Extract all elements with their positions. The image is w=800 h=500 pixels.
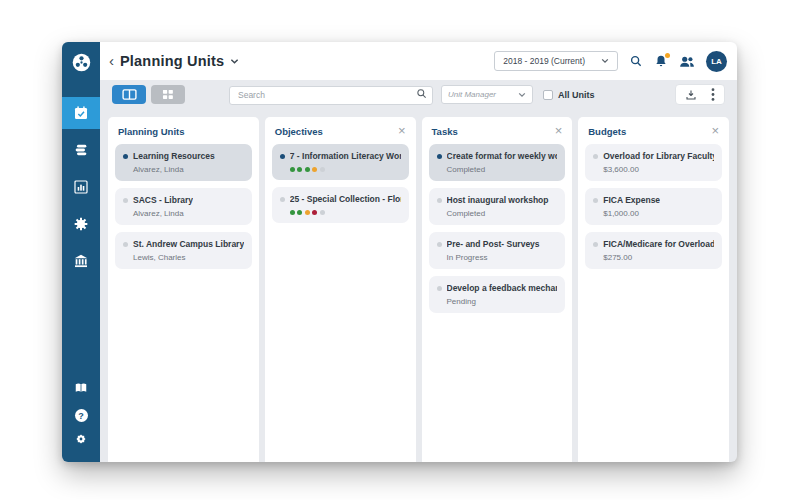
task-card[interactable]: Host inaugural workshop Completed (429, 188, 566, 225)
download-icon (685, 89, 697, 101)
column-header: Budgets × (578, 117, 729, 144)
card-title: Host inaugural workshop (447, 195, 549, 206)
card-status: Completed (447, 209, 558, 218)
budget-card[interactable]: FICA Expense $1,000.00 (585, 188, 722, 225)
grid-view-button[interactable] (151, 85, 185, 104)
planning-unit-card[interactable]: St. Andrew Campus Library Lewis, Charles (115, 232, 252, 269)
card-subtitle: Lewis, Charles (133, 253, 244, 262)
card-list: Create format for weekly workshops Compl… (422, 144, 573, 320)
close-icon[interactable]: × (553, 126, 565, 135)
planning-unit-card[interactable]: SACS - Library Alvarez, Linda (115, 188, 252, 225)
main-area: ‹ Planning Units 2018 - 2019 (Current) (100, 42, 737, 462)
card-list: Learning Resources Alvarez, Linda SACS -… (108, 144, 259, 276)
card-title: Overload for Library Faculty (603, 151, 714, 162)
budget-card[interactable]: FICA/Medicare for Overload $275.00 (585, 232, 722, 269)
task-card[interactable]: Develop a feedback mechanism Pending (429, 276, 566, 313)
column-tasks: Tasks × Create format for weekly worksho… (422, 117, 573, 462)
topbar-right: 2018 - 2019 (Current) (494, 51, 727, 72)
close-icon[interactable]: × (709, 126, 721, 135)
status-dots (290, 167, 401, 172)
year-select-value: 2018 - 2019 (Current) (503, 56, 585, 66)
title-group: ‹ Planning Units (109, 53, 239, 69)
sidebar-item-planning[interactable] (62, 97, 100, 129)
sidebar-item-badge[interactable] (62, 208, 100, 240)
chevron-down-icon (518, 92, 526, 98)
export-button[interactable] (685, 89, 697, 101)
calendar-check-icon (73, 105, 89, 121)
notification-dot (665, 53, 670, 58)
title-caret-down-icon[interactable] (230, 58, 239, 65)
objective-card[interactable]: 7 - Information Literacy Workshops (272, 144, 409, 180)
column-budgets: Budgets × Overload for Library Faculty $… (578, 117, 729, 462)
sidebar-item-institution[interactable] (62, 245, 100, 277)
sidebar-item-help[interactable]: ? (75, 409, 88, 422)
toolbar-actions (675, 84, 725, 105)
column-view-button[interactable] (112, 85, 146, 104)
back-chevron-icon[interactable]: ‹ (109, 53, 114, 68)
unit-manager-placeholder: Unit Manager (448, 90, 496, 99)
app-logo (71, 52, 92, 77)
card-amount: $275.00 (603, 253, 714, 262)
card-status: Pending (447, 297, 558, 306)
card-status: Completed (447, 165, 558, 174)
card-title: 7 - Information Literacy Workshops (290, 151, 401, 162)
card-title: Pre- and Post- Surveys (447, 239, 540, 250)
coins-icon (73, 142, 89, 158)
global-search-button[interactable] (629, 54, 643, 68)
planning-unit-card[interactable]: Learning Resources Alvarez, Linda (115, 144, 252, 181)
column-header: Objectives × (265, 117, 416, 144)
card-title: SACS - Library (133, 195, 193, 206)
chevron-down-icon (601, 58, 609, 64)
sidebar-item-settings[interactable] (74, 432, 88, 450)
year-select[interactable]: 2018 - 2019 (Current) (494, 51, 618, 71)
task-card[interactable]: Pre- and Post- Surveys In Progress (429, 232, 566, 269)
sidebar-item-finance[interactable] (62, 134, 100, 166)
user-avatar[interactable]: LA (706, 51, 727, 72)
search-box (229, 84, 433, 105)
kebab-menu-icon (711, 88, 715, 101)
status-dots (290, 210, 401, 215)
card-title: FICA Expense (603, 195, 660, 206)
users-icon (679, 55, 695, 68)
close-icon[interactable]: × (396, 126, 408, 135)
card-title: Learning Resources (133, 151, 215, 162)
notifications-button[interactable] (654, 54, 668, 68)
card-amount: $1,000.00 (603, 209, 714, 218)
sidebar-nav (62, 97, 100, 282)
all-units-checkbox[interactable] (543, 90, 553, 100)
bank-icon (73, 253, 89, 269)
unit-manager-select[interactable]: Unit Manager (441, 85, 533, 104)
card-subtitle: Alvarez, Linda (133, 209, 244, 218)
sidebar: ? (62, 42, 100, 462)
card-bullet-icon (593, 242, 598, 247)
sidebar-item-docs[interactable] (74, 381, 88, 399)
users-button[interactable] (679, 55, 695, 68)
book-icon (74, 381, 88, 395)
card-bullet-icon (593, 154, 598, 159)
filter-toolbar: Unit Manager All Units (100, 80, 737, 109)
budget-card[interactable]: Overload for Library Faculty $3,600.00 (585, 144, 722, 181)
task-card[interactable]: Create format for weekly workshops Compl… (429, 144, 566, 181)
sidebar-item-reports[interactable] (62, 171, 100, 203)
card-bullet-icon (437, 154, 442, 159)
card-title: Develop a feedback mechanism (447, 283, 558, 294)
search-input[interactable] (229, 86, 433, 105)
column-header: Planning Units (108, 117, 259, 144)
card-bullet-icon (593, 198, 598, 203)
objective-card[interactable]: 25 - Special Collection - Florida... (272, 187, 409, 223)
more-options-button[interactable] (711, 88, 715, 101)
grid-view-icon (162, 89, 174, 100)
column-title: Tasks (432, 126, 458, 137)
column-title: Budgets (588, 126, 626, 137)
gear-icon (74, 432, 88, 446)
logo-emblem-icon (71, 52, 92, 73)
column-header: Tasks × (422, 117, 573, 144)
column-title: Planning Units (118, 126, 185, 137)
card-list: 7 - Information Literacy Workshops 25 - … (265, 144, 416, 230)
card-amount: $3,600.00 (603, 165, 714, 174)
help-icon: ? (75, 409, 88, 422)
card-subtitle: Alvarez, Linda (133, 165, 244, 174)
columns-view-icon (122, 89, 137, 100)
card-title: St. Andrew Campus Library (133, 239, 244, 250)
all-units-toggle[interactable]: All Units (543, 90, 595, 100)
